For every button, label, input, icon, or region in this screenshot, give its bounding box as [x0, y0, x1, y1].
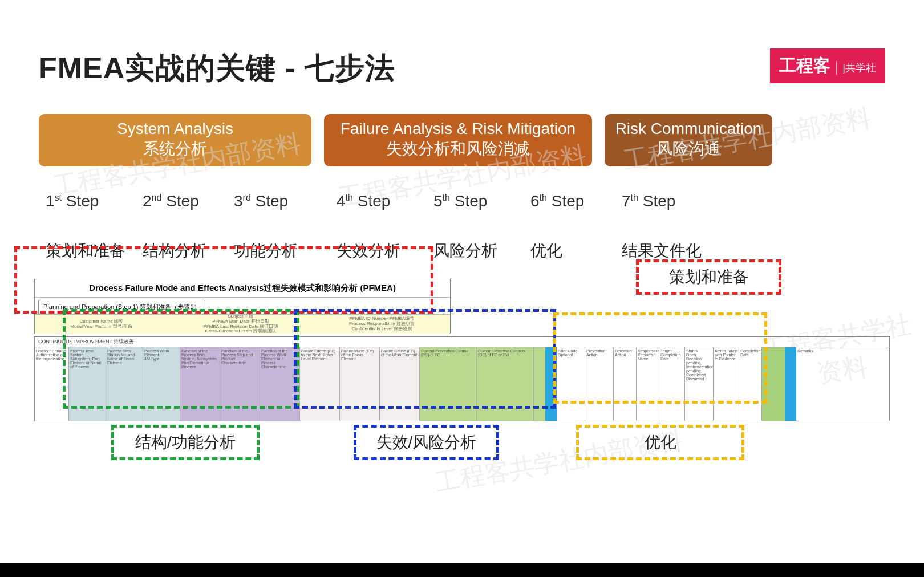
phase-cn: 系统分析 [143, 138, 207, 160]
step-2-num: 2nd Step [143, 192, 234, 210]
callout-label-structure: 结构/功能分析 [111, 425, 260, 460]
step-5-num: 5th Step [433, 192, 530, 210]
phase-risk-communication: Risk Communication 风险沟通 [605, 114, 772, 166]
brand-sub: |共学社 [836, 61, 876, 75]
phase-en: System Analysis [117, 120, 233, 138]
step-5-label: 风险分析 [433, 240, 530, 262]
callout-label-planning: 策划和准备 [636, 259, 781, 295]
step-7-num: 7th Step [622, 192, 719, 210]
step-4-num: 4th Step [337, 192, 433, 210]
step-3-num: 3rd Step [234, 192, 337, 210]
callout-label-failure: 失效/风险分析 [354, 425, 499, 460]
phase-failure-analysis: Failure Analysis & Risk Mitigation 失效分析和… [324, 114, 592, 166]
phase-cn: 失效分析和风险消减 [386, 138, 530, 160]
step-7-label: 结果文件化 [622, 240, 719, 262]
callout-frame-optimize [553, 312, 767, 404]
brand-badge: 工程客 |共学社 [770, 48, 885, 83]
phase-en: Risk Communication [615, 120, 762, 138]
page-title: FMEA实战的关键 - 七步法 [39, 48, 395, 88]
callout-frame-structure [63, 309, 299, 409]
step-6-label: 优化 [530, 240, 622, 262]
phase-cn: 风险沟通 [656, 138, 720, 160]
callout-label-optimize: 优化 [576, 425, 744, 460]
step-6-num: 6th Step [530, 192, 622, 210]
callout-frame-planning [14, 246, 433, 314]
bottom-bar [0, 563, 924, 577]
callout-frame-failure [294, 309, 556, 409]
phase-system-analysis: System Analysis 系统分析 [39, 114, 311, 166]
brand-main: 工程客 [779, 54, 830, 78]
phase-en: Failure Analysis & Risk Mitigation [341, 120, 576, 138]
step-1-num: 1st Step [46, 192, 143, 210]
